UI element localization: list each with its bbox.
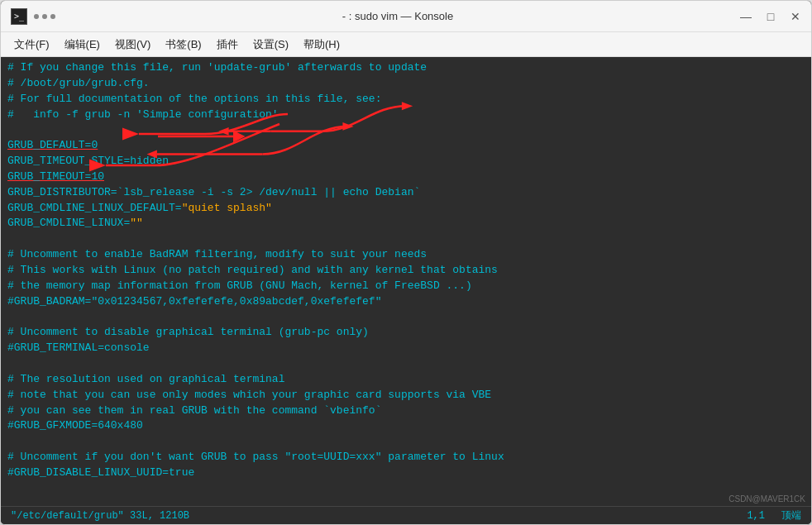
code-content: # If you change this file, run 'update-g… — [7, 60, 805, 481]
menu-item-视图(V)[interactable]: 视图(V) — [108, 35, 157, 55]
menu-item-插件[interactable]: 插件 — [210, 35, 245, 55]
main-window: >_ - : sudo vim — Konsole — □ ✕ 文件(F)编辑(… — [0, 0, 812, 525]
titlebar-controls: — □ ✕ — [740, 11, 801, 22]
menu-item-帮助(H)[interactable]: 帮助(H) — [297, 35, 346, 55]
menu-item-书签(B)[interactable]: 书签(B) — [159, 35, 208, 55]
status-right: 1,1 顶端 — [747, 508, 801, 523]
dots — [34, 14, 55, 19]
close-button[interactable]: ✕ — [790, 11, 801, 22]
minimize-button[interactable]: — — [740, 11, 752, 22]
maximize-button[interactable]: □ — [765, 11, 776, 22]
menubar: 文件(F)编辑(E)视图(V)书签(B)插件设置(S)帮助(H) — [1, 32, 811, 57]
terminal-icon: >_ — [11, 8, 27, 25]
titlebar: >_ - : sudo vim — Konsole — □ ✕ — [1, 1, 811, 32]
dot-1 — [34, 14, 39, 19]
dot-2 — [42, 14, 47, 19]
cursor-position: 1,1 — [747, 510, 765, 522]
window-title: - : sudo vim — Konsole — [55, 10, 740, 22]
status-left: "/etc/default/grub" 33L, 1210B — [11, 510, 747, 522]
menu-item-编辑(E)[interactable]: 编辑(E) — [58, 35, 107, 55]
cursor-top: 顶端 — [781, 508, 801, 523]
editor: # If you change this file, run 'update-g… — [1, 57, 811, 524]
menu-item-设置(S)[interactable]: 设置(S) — [246, 35, 295, 55]
watermark: CSDN@MAVER1CK — [728, 494, 805, 504]
titlebar-left: >_ — [11, 8, 55, 25]
statusbar: "/etc/default/grub" 33L, 1210B 1,1 顶端 — [1, 506, 811, 524]
editor-content[interactable]: # If you change this file, run 'update-g… — [1, 57, 811, 506]
filename-label: "/etc/default/grub" 33L, 1210B — [11, 510, 189, 522]
menu-item-文件(F)[interactable]: 文件(F) — [7, 35, 56, 55]
